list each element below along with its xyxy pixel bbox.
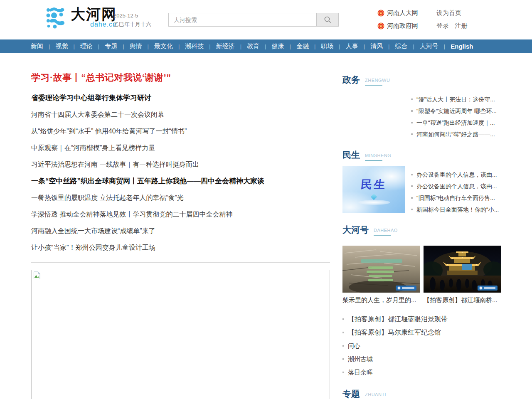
watermark-badge: [478, 286, 498, 291]
card-image-firewood: [342, 246, 420, 293]
list-item[interactable]: 【拍客原创】马尔康红军纪念馆: [342, 326, 501, 339]
section-title-zhuanti[interactable]: 专题: [342, 388, 360, 399]
search-icon: [324, 16, 332, 24]
minsheng-list: 办公设备里的个人信息，该由... 办公设备里的个人信息，该由... “旧国标”电…: [411, 169, 501, 215]
top-links: 河南人大网 设为首页 河南政府网 登录 注册: [377, 8, 471, 34]
nav-item-news[interactable]: 新闻: [28, 42, 46, 50]
nav-item-tech[interactable]: 潮科技: [182, 42, 206, 50]
news-item[interactable]: 从“烙饼少年”到“水手” 他用40年给黄河写了一封“情书”: [31, 123, 330, 140]
right-column: 政务 ZHENGWU “漫”话人大丨宪法日：这份守... “限塑令”实施近两周年…: [342, 53, 501, 399]
search-input[interactable]: [169, 13, 316, 26]
section-zhengwu: 政务 ZHENGWU “漫”话人大丨宪法日：这份守... “限塑令”实施近两周年…: [342, 74, 501, 140]
list-item[interactable]: 潮州古城: [342, 352, 501, 366]
headline-news-list: 省委理论学习中心组举行集体学习研讨 河南省十四届人大常委会第二十一次会议闭幕 从…: [31, 90, 330, 256]
left-column: 学习·故事丨“总书记对我说‘谢谢’” 省委理论学习中心组举行集体学习研讨 河南省…: [31, 53, 330, 399]
list-item[interactable]: 办公设备里的个人信息，该由...: [411, 169, 501, 180]
news-item[interactable]: 省委理论学习中心组举行集体学习研讨: [31, 90, 330, 106]
nav-separator: |: [95, 43, 102, 49]
card-caption[interactable]: 【拍客原创】都江堰南桥...: [424, 296, 501, 304]
section-title-dahehao[interactable]: 大河号: [342, 224, 369, 236]
nav-item-new-economy[interactable]: 新经济: [214, 42, 237, 50]
nav-item-culture[interactable]: 最文化: [152, 42, 175, 50]
list-item[interactable]: 问心: [342, 339, 501, 352]
main-content: 学习·故事丨“总书记对我说‘谢谢’” 省委理论学习中心组举行集体学习研讨 河南省…: [0, 53, 532, 399]
section-zhuanti: 专题 ZHUANTI: [342, 388, 501, 399]
nav-item-qingfeng[interactable]: 清风: [368, 42, 385, 50]
nav-item-general[interactable]: 综合: [392, 42, 410, 50]
nav-item-health[interactable]: 健康: [269, 42, 287, 50]
list-item[interactable]: 新国标今日全面落地！你的“小...: [411, 204, 501, 215]
logo-domain: dahe.cn: [90, 21, 117, 28]
card-image-night-bridge: [424, 246, 501, 293]
watermark-badge: [396, 286, 416, 291]
dahehao-list: 【拍客原创】都江堰蓝眼泪景观带 【拍客原创】马尔康红军纪念馆 问心 潮州古城 落…: [342, 313, 501, 379]
list-item[interactable]: 办公设备里的个人信息，该由...: [411, 180, 501, 192]
dahehao-card[interactable]: 【拍客原创】都江堰南桥...: [424, 246, 501, 304]
broken-image-icon: [33, 271, 41, 280]
nav-item-english[interactable]: English: [448, 43, 475, 50]
nav-item-theory[interactable]: 理论: [78, 42, 95, 50]
link-register[interactable]: 注册: [455, 22, 467, 29]
nav-item-special-topics[interactable]: 专题: [102, 42, 120, 50]
nav-separator: |: [361, 43, 368, 49]
link-set-home[interactable]: 设为首页: [436, 9, 466, 17]
news-item[interactable]: 河南融入全国统一大市场建设“成绩单”来了: [31, 223, 330, 239]
news-item[interactable]: 一餐热饭里的履职温度 立法托起老年人的幸福“食”光: [31, 190, 330, 206]
search-bar: [168, 13, 339, 27]
nav-item-public-opinion[interactable]: 舆情: [127, 42, 145, 50]
section-minsheng: 民生 MINSHENG 民生 办公设备里的个人信息，该由... 办公设备里的个人…: [342, 149, 501, 215]
news-item[interactable]: 学深悟透 推动全会精神落地见效丨学习贯彻党的二十届四中全会精神: [31, 206, 330, 223]
search-button[interactable]: [316, 13, 338, 26]
nav-separator: |: [46, 43, 53, 49]
news-item[interactable]: 让小孩“当家”！郑州公园变身儿童设计工场: [31, 239, 330, 256]
nav-separator: |: [120, 43, 127, 49]
section-title-minsheng[interactable]: 民生: [342, 149, 360, 161]
nav-separator: |: [287, 43, 294, 49]
dahehao-card[interactable]: 柴禾里的人生，岁月里的...: [342, 246, 420, 304]
lunar-date: 乙巳年十月十六: [113, 20, 151, 29]
date-block: 2025-12-5 乙巳年十月十六: [113, 11, 151, 29]
section-label-zhengwu: ZHENGWU: [365, 78, 390, 86]
nav-item-visual[interactable]: 视觉: [53, 42, 70, 50]
section-dahehao: 大河号 DAHEHAO: [342, 224, 501, 379]
diamond-icon: [371, 194, 377, 200]
news-item[interactable]: 习近平法治思想在河南 一线故事｜有一种选择叫挺身而出: [31, 156, 330, 173]
link-henan-gov[interactable]: 河南政府网: [377, 22, 432, 30]
nav-separator: |: [70, 43, 77, 49]
dahe-logo[interactable]: 大河网 dahe.cn: [46, 7, 117, 29]
nav-separator: |: [206, 43, 213, 49]
link-henan-renda[interactable]: 河南人大网: [377, 9, 432, 17]
link-login[interactable]: 登录: [436, 22, 449, 29]
gregorian-date: 2025-12-5: [113, 11, 151, 20]
navbar: 新闻| 视觉| 理论| 专题| 舆情| 最文化| 潮科技| 新经济| 教育| 健…: [0, 39, 532, 53]
nav-item-education[interactable]: 教育: [244, 42, 262, 50]
nav-item-career[interactable]: 职场: [318, 42, 336, 50]
list-item[interactable]: 【拍客原创】都江堰蓝眼泪景观带: [342, 313, 501, 326]
list-item[interactable]: 落日余晖: [342, 366, 501, 379]
national-emblem-icon: [377, 22, 384, 30]
news-item[interactable]: 河南省十四届人大常委会第二十一次会议闭幕: [31, 106, 330, 123]
pedestal-shape: [358, 200, 390, 205]
zhengwu-list: “漫”话人大丨宪法日：这份守... “限塑令”实施近两周年 哪些环... 一单“…: [411, 94, 501, 140]
list-item[interactable]: 一单“帮送”跑出经济加速度｜...: [411, 117, 501, 128]
section-label-zhuanti: ZHUANTI: [365, 392, 386, 399]
list-item[interactable]: “漫”话人大丨宪法日：这份守...: [411, 94, 501, 105]
nav-item-dahehao[interactable]: 大河号: [417, 42, 441, 50]
news-item[interactable]: 一条“空中丝路”织出全球商贸网丨五年路上你我他——四中全会精神大家谈: [31, 173, 330, 190]
minsheng-thumb-text: 民生: [342, 177, 406, 192]
minsheng-thumbnail[interactable]: 民生: [342, 166, 405, 213]
list-item[interactable]: “限塑令”实施近两周年 哪些环...: [411, 105, 501, 117]
section-label-minsheng: MINSHENG: [365, 153, 391, 161]
zhengwu-image-placeholder: [342, 91, 405, 139]
section-title-zhengwu[interactable]: 政务: [342, 74, 360, 86]
card-caption[interactable]: 柴禾里的人生，岁月里的...: [342, 296, 420, 304]
nav-separator: |: [311, 43, 318, 49]
headline-main[interactable]: 学习·故事丨“总书记对我说‘谢谢’”: [31, 71, 330, 84]
nav-item-personnel[interactable]: 人事: [343, 42, 361, 50]
news-item[interactable]: 中原观察｜在“河南楷模”身上看见榜样力量: [31, 140, 330, 156]
nav-separator: |: [441, 43, 448, 49]
list-item[interactable]: “旧国标”电动自行车全面停售...: [411, 192, 501, 204]
nav-item-finance[interactable]: 金融: [294, 42, 311, 50]
logo-title: 大河网: [71, 7, 117, 22]
list-item[interactable]: 河南如何闯出“莓”好之路——...: [411, 128, 501, 140]
